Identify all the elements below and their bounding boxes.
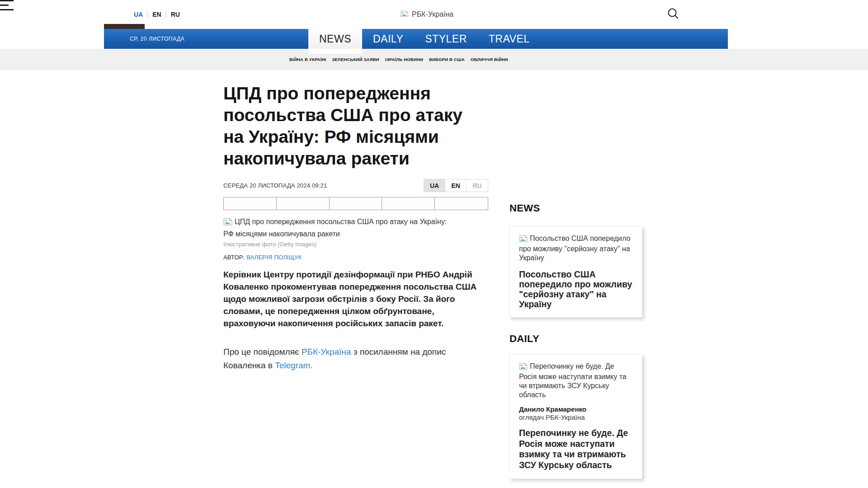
page: UA EN RU РБК-Україна: [0, 0, 868, 488]
share-button[interactable]: [382, 197, 435, 210]
burger-line: [0, 5, 9, 6]
section-tabs: NEWS DAILY STYLER TRAVEL: [308, 29, 541, 49]
nav-date: СР, 20 ЛИСТОПАДА: [130, 29, 184, 49]
search-icon: [667, 7, 680, 21]
share-button[interactable]: [277, 197, 330, 210]
site-logo-alt-text: РБК-Україна: [412, 10, 453, 19]
author-link[interactable]: ВАЛЕРІЯ ПОЛІЩУК: [246, 254, 302, 261]
site-logo[interactable]: РБК-Україна: [401, 0, 453, 29]
share-button[interactable]: [330, 197, 382, 210]
tab-styler[interactable]: STYLER: [414, 29, 477, 49]
author-row: АВТОР:ВАЛЕРІЯ ПОЛІЩУК: [223, 254, 488, 261]
article-lang-en[interactable]: EN: [445, 179, 467, 192]
sidebar: NEWS Посольство США попередило про можли…: [509, 202, 642, 479]
share-button[interactable]: [224, 197, 277, 210]
article: ЦПД про попередження посольства США про …: [223, 70, 488, 372]
card-title[interactable]: Перепочинку не буде. Де Росія може насту…: [519, 428, 633, 470]
article-language-tabs: UA EN RU: [424, 179, 488, 192]
subnav-item-war-in-ukraine[interactable]: ВІЙНА В УКРАЇНІ: [289, 57, 326, 62]
site-lang-en[interactable]: EN: [152, 11, 161, 18]
article-lang-ru[interactable]: RU: [467, 179, 488, 192]
article-image: ЦПД про попередження посольства США про …: [223, 216, 488, 248]
broken-image-icon: [519, 235, 528, 244]
article-meta-row: СЕРЕДА 20 ЛИСТОПАДА 2024 09:21 UA EN RU: [223, 179, 488, 192]
author-label: АВТОР:: [223, 254, 245, 261]
burger-line: [0, 9, 14, 10]
site-lang-ru[interactable]: RU: [171, 11, 180, 18]
divider: [166, 11, 166, 19]
broken-image-icon: [223, 218, 232, 229]
site-lang-ua[interactable]: UA: [134, 11, 143, 18]
share-buttons-row: [223, 197, 488, 210]
broken-image-icon: [401, 10, 408, 19]
card-image-alt-text: Посольство США попередило про можливу "с…: [519, 235, 630, 262]
subnav-bar: ВІЙНА В УКРАЇНІ ЗЕЛЕНСЬКИЙ ЗАЯВИ ІЗРАЇЛЬ…: [0, 49, 868, 70]
daily-card[interactable]: Перепочинку не буде. Де Росія може насту…: [509, 354, 642, 479]
card-author-role: оглядач РБК-Україна: [519, 413, 633, 422]
search-button[interactable]: [665, 6, 682, 22]
telegram-link[interactable]: Telegram.: [275, 361, 312, 370]
card-image-alt-text: Перепочинку не буде. Де Росія може насту…: [519, 362, 627, 399]
card-title[interactable]: Посольство США попередило про можливу "с…: [519, 269, 633, 309]
image-caption: Ілюстративне фото (Getty Images): [223, 241, 488, 248]
news-card[interactable]: Посольство США попередило про можливу "с…: [509, 226, 642, 318]
card-author[interactable]: Данило Крамаренко: [519, 405, 633, 413]
sidebar-heading-daily[interactable]: DAILY: [509, 333, 642, 345]
menu-button[interactable]: [0, 0, 14, 10]
tab-travel[interactable]: TRAVEL: [478, 29, 541, 49]
article-lead: Керівник Центру протидії дезінформації п…: [223, 268, 483, 329]
subnav-item-us-elections[interactable]: ВИБОРИ В США: [429, 57, 465, 62]
burger-line: [0, 0, 14, 1]
subnav-item-israel-news[interactable]: ІЗРАЇЛЬ НОВИНИ: [385, 57, 423, 62]
subnav-item-zelensky-statements[interactable]: ЗЕЛЕНСЬКИЙ ЗАЯВИ: [332, 57, 379, 62]
rbc-ukraine-link[interactable]: РБК-Україна: [302, 347, 351, 357]
main-nav-bar: СР, 20 ЛИСТОПАДА NEWS DAILY STYLER TRAVE…: [104, 29, 728, 49]
article-image-alt-text: ЦПД про попередження посольства США про …: [223, 218, 447, 238]
article-datetime: СЕРЕДА 20 ЛИСТОПАДА 2024 09:21: [223, 182, 327, 189]
tab-daily[interactable]: DAILY: [362, 29, 414, 49]
tab-news[interactable]: NEWS: [308, 29, 362, 49]
article-lang-ua[interactable]: UA: [424, 179, 445, 192]
divider: [147, 11, 148, 19]
article-title: ЦПД про попередження посольства США про …: [223, 83, 470, 169]
nav-accent-block: [104, 24, 145, 29]
subnav-item-faces-of-war[interactable]: ОБЛИЧЧЯ ВІЙНИ: [471, 57, 508, 62]
share-button[interactable]: [435, 197, 488, 210]
paragraph-text: Про це повідомляє: [223, 347, 302, 357]
article-paragraph: Про це повідомляє РБК-Україна з посиланн…: [223, 345, 483, 372]
sidebar-heading-news[interactable]: NEWS: [509, 202, 642, 214]
broken-image-icon: [519, 363, 528, 372]
